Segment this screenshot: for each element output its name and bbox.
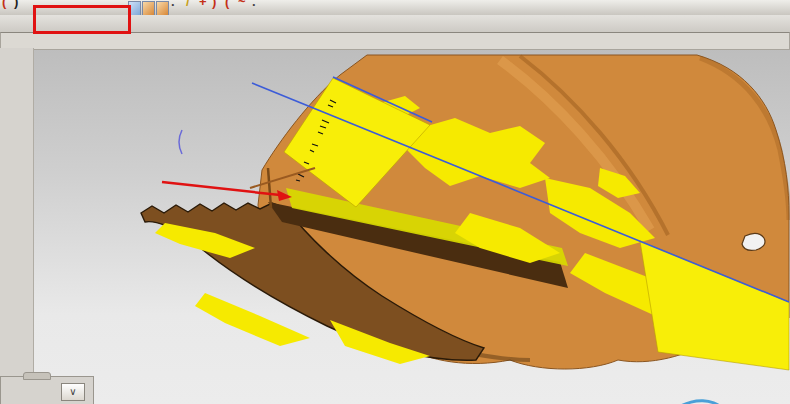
spline-edit-icon[interactable]: / — [186, 0, 190, 9]
nx-application-window: ( ) . / + ) ( ~ . — [0, 0, 790, 404]
annotation-rect — [33, 5, 131, 34]
surface-tool-icon-3[interactable] — [156, 1, 169, 16]
graphics-window[interactable] — [0, 48, 790, 404]
status-bar — [0, 32, 790, 50]
smooth-curve-icon[interactable]: . — [252, 0, 256, 9]
arc-edit-icon[interactable]: ~ — [238, 0, 246, 9]
part-navigator-strip[interactable] — [0, 48, 34, 376]
mesh-hole — [742, 233, 765, 250]
panel-collapse-button[interactable]: ∨ — [61, 383, 85, 401]
bottom-left-panel: ∨ — [0, 376, 94, 404]
panel-grip[interactable] — [23, 372, 51, 380]
curve-stub-icon-2[interactable]: ) — [14, 0, 18, 9]
add-pole-icon[interactable]: + — [199, 0, 207, 9]
toolbar-overflow-dot[interactable]: . — [171, 0, 175, 9]
curve-stub-icon[interactable]: ( — [2, 0, 6, 9]
viewport-3d[interactable] — [0, 48, 790, 404]
hidden-blue-arc — [179, 130, 182, 154]
surface-tool-icon-2[interactable] — [142, 1, 155, 16]
bend-curve-icon[interactable]: ) — [212, 0, 216, 9]
trim-curve-icon[interactable]: ( — [225, 0, 229, 9]
watermark — [626, 398, 790, 404]
